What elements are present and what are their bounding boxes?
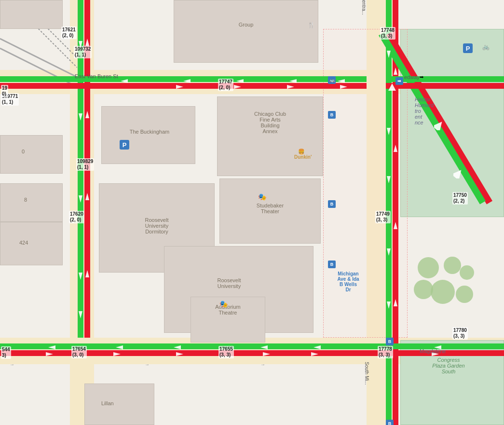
svg-point-7 bbox=[414, 280, 433, 299]
street-entrada: entra... bbox=[361, 0, 367, 39]
svg-marker-17 bbox=[340, 85, 347, 89]
poi-hector: HectorHumardtroentnce bbox=[415, 96, 434, 125]
svg-marker-32 bbox=[387, 176, 391, 183]
svg-marker-53 bbox=[388, 83, 396, 91]
svg-marker-51 bbox=[434, 121, 444, 130]
transit-bus-2: B bbox=[328, 111, 336, 119]
auditorium-theater-icon: 🎭 bbox=[219, 300, 228, 308]
svg-point-6 bbox=[460, 265, 474, 280]
svg-marker-25 bbox=[79, 311, 82, 318]
svg-marker-24 bbox=[79, 273, 82, 280]
arrows-top-road-red bbox=[0, 83, 367, 92]
building-studebaker bbox=[219, 178, 321, 244]
svg-marker-43 bbox=[313, 345, 321, 349]
svg-marker-20 bbox=[176, 85, 183, 89]
junction-arrows bbox=[382, 81, 402, 97]
map-container: Group The Buckingham Chicago ClubFine Ar… bbox=[0, 0, 504, 425]
road-arrows-text-2: → bbox=[145, 362, 150, 367]
dunkin-label: Dunkin' bbox=[294, 154, 312, 160]
svg-point-5 bbox=[444, 257, 461, 274]
svg-marker-34 bbox=[387, 302, 391, 309]
diagonal-arrow-2 bbox=[453, 169, 463, 180]
svg-marker-22 bbox=[79, 113, 82, 121]
svg-line-0 bbox=[0, 39, 77, 77]
svg-marker-38 bbox=[394, 299, 397, 306]
svg-marker-33 bbox=[387, 248, 391, 256]
road-arrows-text-3: → bbox=[260, 362, 265, 367]
transit-bus-6: B bbox=[386, 420, 394, 425]
svg-marker-21 bbox=[79, 41, 82, 48]
svg-marker-36 bbox=[394, 145, 397, 152]
svg-marker-12 bbox=[338, 79, 345, 83]
street-south-michigan: South Mi... bbox=[364, 362, 369, 385]
transit-bus-1: 🚌 bbox=[328, 76, 336, 84]
road-red-top-right bbox=[386, 83, 504, 89]
svg-point-8 bbox=[431, 280, 455, 304]
building-auditorium bbox=[191, 297, 265, 343]
transit-bus-4: B bbox=[328, 260, 336, 268]
node-17750: 17750(2, 2) bbox=[452, 192, 468, 205]
svg-marker-41 bbox=[174, 345, 181, 349]
svg-marker-47 bbox=[176, 352, 183, 356]
building-424 bbox=[0, 222, 63, 265]
svg-marker-14 bbox=[236, 79, 244, 83]
svg-marker-45 bbox=[46, 352, 53, 356]
svg-point-9 bbox=[456, 286, 473, 303]
park-circles bbox=[414, 256, 481, 320]
road-green-top-right bbox=[386, 76, 504, 82]
svg-marker-29 bbox=[85, 270, 89, 277]
arrows-left-vert bbox=[78, 0, 83, 340]
building-8 bbox=[0, 183, 63, 222]
building-group bbox=[174, 0, 318, 63]
svg-marker-27 bbox=[85, 111, 89, 118]
svg-marker-37 bbox=[394, 222, 397, 229]
arrows-right-vert-red bbox=[393, 0, 398, 425]
svg-marker-19 bbox=[234, 85, 241, 89]
diagonal-arrow-1 bbox=[434, 121, 444, 132]
svg-marker-26 bbox=[85, 39, 89, 46]
svg-marker-23 bbox=[79, 195, 82, 203]
svg-point-4 bbox=[418, 257, 439, 278]
svg-marker-30 bbox=[387, 51, 391, 58]
svg-marker-31 bbox=[387, 128, 391, 135]
svg-marker-18 bbox=[287, 85, 294, 89]
building-0 bbox=[0, 135, 63, 174]
building-top-left bbox=[0, 0, 63, 29]
svg-marker-52 bbox=[453, 169, 463, 178]
transit-bus-5: B bbox=[386, 338, 394, 345]
building-lillan bbox=[84, 384, 154, 425]
svg-marker-15 bbox=[183, 79, 191, 83]
svg-marker-49 bbox=[311, 352, 318, 356]
node-17780: 17780(3, 3) bbox=[452, 327, 468, 340]
arrows-left-vert-red bbox=[84, 0, 90, 340]
svg-line-10 bbox=[388, 34, 490, 203]
svg-marker-13 bbox=[289, 79, 297, 83]
road-arrows-text-1: → bbox=[10, 362, 14, 367]
node-17621: 17621(2, 0) bbox=[61, 27, 77, 39]
svg-marker-42 bbox=[260, 345, 268, 349]
building-chicago-club bbox=[217, 96, 323, 176]
transit-bus-3: B bbox=[328, 200, 336, 208]
svg-marker-28 bbox=[85, 193, 89, 200]
building-buckingham bbox=[101, 106, 195, 164]
svg-marker-40 bbox=[116, 345, 123, 349]
food-icon-top: 🍴 bbox=[308, 22, 315, 28]
svg-marker-48 bbox=[263, 352, 270, 356]
studebaker-theater-icon: 🎭 bbox=[258, 193, 266, 201]
svg-marker-16 bbox=[121, 79, 128, 83]
poi-magdalene: Magdalene bbox=[420, 348, 446, 354]
svg-marker-39 bbox=[48, 345, 55, 349]
svg-marker-35 bbox=[394, 68, 397, 75]
arrows-right-vert bbox=[386, 0, 392, 425]
edway-arrow: ➡ bbox=[420, 74, 423, 80]
svg-marker-46 bbox=[113, 352, 121, 356]
parking-buckingham: P bbox=[120, 140, 129, 150]
